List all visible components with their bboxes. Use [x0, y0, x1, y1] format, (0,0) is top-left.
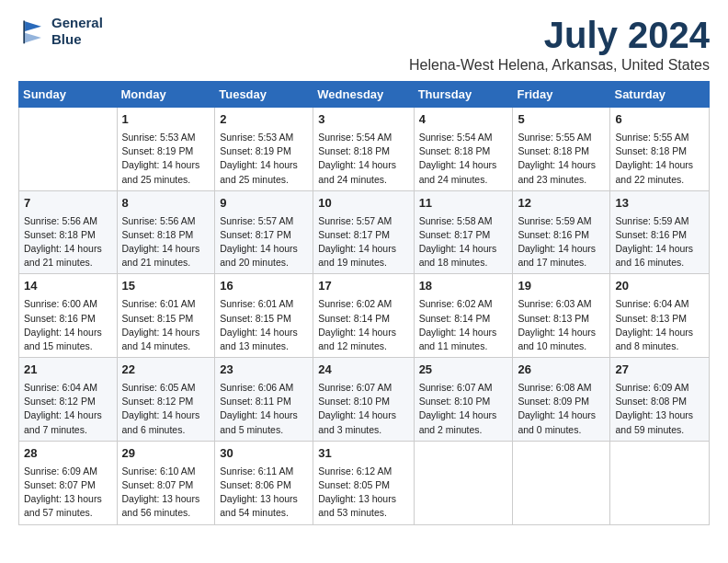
cell-info: Sunset: 8:07 PM: [24, 478, 112, 492]
cell-info: Sunset: 8:19 PM: [122, 144, 210, 158]
cell-info: and 56 minutes.: [122, 506, 210, 520]
cell-info: Sunrise: 6:04 AM: [615, 297, 704, 311]
cell-info: and 5 minutes.: [220, 423, 308, 437]
day-number: 11: [419, 195, 508, 213]
cell-info: Sunrise: 6:10 AM: [122, 465, 210, 478]
cell-info: Daylight: 13 hours: [220, 492, 308, 506]
day-number: 4: [419, 111, 508, 129]
svg-rect-0: [18, 17, 48, 46]
cell-info: Sunset: 8:15 PM: [220, 312, 308, 326]
day-number: 16: [220, 278, 308, 295]
cell-info: Sunset: 8:13 PM: [615, 312, 704, 326]
cell-info: Sunrise: 6:02 AM: [419, 297, 508, 311]
logo: General Blue: [18, 15, 103, 48]
day-number: 2: [220, 111, 308, 129]
day-number: 18: [419, 278, 508, 295]
calendar-cell: 1Sunrise: 5:53 AMSunset: 8:19 PMDaylight…: [117, 108, 215, 191]
calendar-cell: 26Sunrise: 6:08 AMSunset: 8:09 PMDayligh…: [513, 358, 610, 442]
calendar-cell: 29Sunrise: 6:10 AMSunset: 8:07 PMDayligh…: [117, 441, 215, 524]
cell-info: Sunrise: 6:03 AM: [518, 297, 605, 311]
cell-info: Sunset: 8:17 PM: [220, 228, 308, 242]
cell-info: Daylight: 14 hours: [318, 242, 408, 256]
header-row: SundayMondayTuesdayWednesdayThursdayFrid…: [19, 82, 710, 108]
header-cell-tuesday: Tuesday: [215, 82, 313, 108]
cell-info: Sunset: 8:08 PM: [615, 395, 704, 408]
cell-info: Daylight: 14 hours: [24, 242, 112, 256]
cell-info: and 17 minutes.: [518, 256, 605, 270]
calendar-cell: [513, 441, 610, 524]
cell-info: and 59 minutes.: [615, 423, 704, 437]
logo-text: General Blue: [51, 15, 103, 48]
cell-info: Sunset: 8:15 PM: [122, 312, 210, 326]
cell-info: Daylight: 14 hours: [518, 242, 605, 256]
cell-info: and 19 minutes.: [318, 256, 408, 270]
cell-info: Daylight: 14 hours: [220, 242, 308, 256]
calendar-cell: 5Sunrise: 5:55 AMSunset: 8:18 PMDaylight…: [513, 108, 610, 191]
calendar-cell: 14Sunrise: 6:00 AMSunset: 8:16 PMDayligh…: [19, 274, 118, 358]
cell-info: Sunset: 8:05 PM: [318, 478, 408, 492]
cell-info: Sunrise: 5:55 AM: [518, 131, 605, 144]
calendar-cell: 27Sunrise: 6:09 AMSunset: 8:08 PMDayligh…: [610, 358, 710, 442]
day-number: 10: [318, 195, 408, 213]
cell-info: Sunset: 8:17 PM: [419, 228, 508, 242]
cell-info: Sunrise: 6:09 AM: [24, 465, 112, 478]
cell-info: Sunrise: 5:53 AM: [122, 131, 210, 144]
cell-info: Sunrise: 5:54 AM: [419, 131, 508, 144]
day-number: 21: [24, 362, 112, 379]
cell-info: and 54 minutes.: [220, 506, 308, 520]
cell-info: and 21 minutes.: [24, 256, 112, 270]
calendar-cell: 3Sunrise: 5:54 AMSunset: 8:18 PMDaylight…: [313, 108, 414, 191]
header-cell-sunday: Sunday: [19, 82, 118, 108]
calendar-cell: [414, 441, 513, 524]
cell-info: Sunset: 8:10 PM: [318, 395, 408, 408]
cell-info: Sunset: 8:18 PM: [24, 228, 112, 242]
day-number: 26: [518, 362, 605, 379]
cell-info: Sunset: 8:09 PM: [518, 395, 605, 408]
cell-info: Sunset: 8:16 PM: [518, 228, 605, 242]
header-cell-thursday: Thursday: [414, 82, 513, 108]
cell-info: Sunset: 8:18 PM: [419, 144, 508, 158]
calendar-cell: 15Sunrise: 6:01 AMSunset: 8:15 PMDayligh…: [117, 274, 215, 358]
week-row-2: 7Sunrise: 5:56 AMSunset: 8:18 PMDaylight…: [19, 190, 710, 274]
cell-info: and 24 minutes.: [318, 173, 408, 187]
cell-info: Daylight: 14 hours: [419, 326, 508, 339]
cell-info: Daylight: 13 hours: [24, 492, 112, 506]
cell-info: Sunrise: 5:57 AM: [318, 214, 408, 228]
cell-info: and 18 minutes.: [419, 256, 508, 270]
day-number: 30: [220, 445, 308, 463]
header-cell-wednesday: Wednesday: [313, 82, 414, 108]
cell-info: and 22 minutes.: [615, 173, 704, 187]
cell-info: and 57 minutes.: [24, 506, 112, 520]
cell-info: and 21 minutes.: [122, 256, 210, 270]
day-number: 15: [122, 278, 210, 295]
week-row-1: 1Sunrise: 5:53 AMSunset: 8:19 PMDaylight…: [19, 108, 710, 191]
header-cell-friday: Friday: [513, 82, 610, 108]
cell-info: Sunset: 8:13 PM: [518, 312, 605, 326]
calendar-cell: 25Sunrise: 6:07 AMSunset: 8:10 PMDayligh…: [414, 358, 513, 442]
calendar-cell: 21Sunrise: 6:04 AMSunset: 8:12 PMDayligh…: [19, 358, 118, 442]
day-number: 20: [615, 278, 704, 295]
cell-info: and 6 minutes.: [122, 423, 210, 437]
cell-info: Daylight: 14 hours: [419, 408, 508, 422]
day-number: 13: [615, 195, 704, 213]
cell-info: Sunset: 8:18 PM: [122, 228, 210, 242]
cell-info: Sunrise: 6:04 AM: [24, 381, 112, 395]
cell-info: Sunset: 8:18 PM: [318, 144, 408, 158]
cell-info: Sunrise: 6:01 AM: [122, 297, 210, 311]
day-number: 14: [24, 278, 112, 295]
calendar-cell: 7Sunrise: 5:56 AMSunset: 8:18 PMDaylight…: [19, 190, 118, 274]
cell-info: Daylight: 14 hours: [122, 408, 210, 422]
calendar-cell: 6Sunrise: 5:55 AMSunset: 8:18 PMDaylight…: [610, 108, 710, 191]
day-number: 5: [518, 111, 605, 129]
day-number: 25: [419, 362, 508, 379]
cell-info: Daylight: 14 hours: [122, 158, 210, 172]
cell-info: Daylight: 14 hours: [24, 326, 112, 339]
cell-info: Daylight: 14 hours: [318, 408, 408, 422]
cell-info: Daylight: 14 hours: [220, 158, 308, 172]
cell-info: Sunrise: 6:11 AM: [220, 465, 308, 478]
calendar-cell: 17Sunrise: 6:02 AMSunset: 8:14 PMDayligh…: [313, 274, 414, 358]
calendar-cell: [610, 441, 710, 524]
day-number: 3: [318, 111, 408, 129]
cell-info: and 13 minutes.: [220, 339, 308, 353]
cell-info: and 11 minutes.: [419, 339, 508, 353]
